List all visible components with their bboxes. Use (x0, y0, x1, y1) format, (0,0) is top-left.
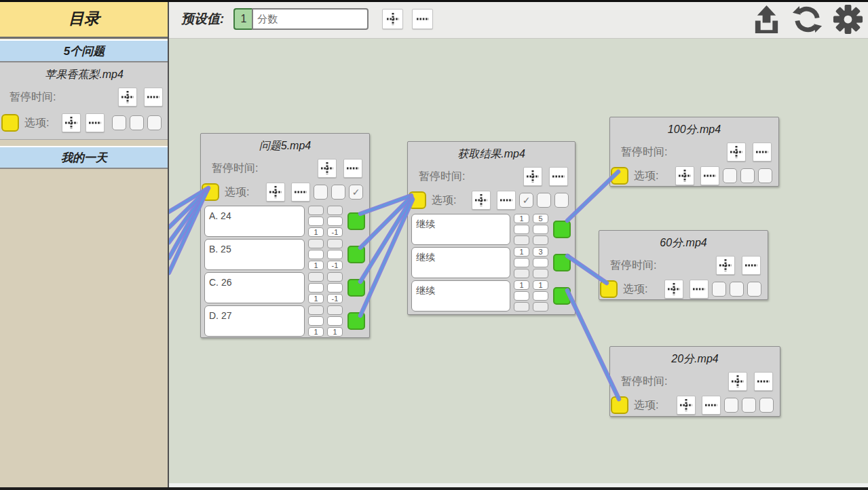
node-score20[interactable]: 20分.mp4 暂停时间: 选项: (609, 346, 780, 417)
result-option-1-port[interactable] (553, 221, 571, 238)
option-add-button[interactable] (677, 396, 696, 415)
mini-value-box[interactable] (514, 302, 529, 312)
mini-value-box[interactable] (308, 283, 324, 293)
q5-option-c-port[interactable] (347, 279, 365, 297)
mini-value-box[interactable]: 1 (308, 227, 324, 237)
mini-value-box[interactable]: 3 (533, 247, 548, 257)
slot-checkbox-1[interactable] (723, 168, 737, 183)
result-option-3-port[interactable] (553, 287, 571, 305)
slot-checkbox-2[interactable] (742, 398, 756, 413)
mini-value-box[interactable] (533, 291, 548, 301)
export-icon[interactable] (751, 3, 782, 35)
pause-add-button[interactable] (727, 143, 746, 162)
q5-option-d-port[interactable] (347, 312, 365, 330)
option-text-input[interactable]: 继续 (411, 247, 510, 278)
q5-input-port[interactable] (202, 183, 219, 201)
slot-checkbox-3[interactable]: ✓ (349, 185, 363, 200)
slot-checkbox-3[interactable] (747, 282, 761, 297)
slot-checkbox-2[interactable] (331, 185, 345, 200)
node-score100[interactable]: 100分.mp4 暂停时间: 选项: (609, 117, 779, 187)
mini-value-box[interactable] (308, 216, 324, 226)
option-text-input[interactable]: B. 25 (204, 239, 305, 270)
sidebar-video-input-port[interactable] (1, 114, 19, 132)
mini-value-box[interactable]: 1 (308, 327, 324, 337)
pause-add-button[interactable] (728, 372, 747, 391)
mini-value-box[interactable]: 1 (308, 261, 324, 270)
mini-value-box[interactable]: 1 (514, 247, 529, 257)
option-add-button[interactable] (62, 113, 81, 132)
mini-value-box[interactable] (308, 250, 324, 259)
option-text-input[interactable]: C. 26 (204, 272, 305, 303)
option-remove-button[interactable] (690, 280, 709, 299)
slot-checkbox-2[interactable] (537, 193, 551, 208)
mini-value-box[interactable] (533, 302, 548, 312)
mini-value-box[interactable] (327, 283, 343, 293)
mini-value-box[interactable]: -1 (327, 294, 343, 303)
option-add-button[interactable] (266, 183, 285, 202)
mini-value-box[interactable] (533, 258, 548, 267)
q5-option-b-port[interactable] (347, 246, 365, 263)
mini-value-box[interactable]: 1 (514, 280, 529, 290)
mini-value-box[interactable] (327, 250, 343, 259)
mini-value-box[interactable] (327, 216, 343, 226)
preset-remove-button[interactable] (412, 9, 433, 29)
slot-checkbox-3[interactable] (147, 115, 162, 130)
score60-input-port[interactable] (600, 280, 618, 298)
mini-value-box[interactable] (308, 206, 324, 215)
pause-remove-button[interactable] (343, 159, 362, 178)
mini-value-box[interactable] (533, 235, 548, 245)
option-add-button[interactable] (472, 191, 491, 210)
pause-remove-button[interactable] (549, 167, 568, 186)
option-remove-button[interactable] (497, 191, 516, 210)
sidebar-item-my-day[interactable]: 我的一天 (0, 146, 168, 169)
slot-checkbox-2[interactable] (740, 168, 755, 183)
sidebar-video-card[interactable]: 苹果香蕉梨.mp4 暂停时间: 选项: (0, 62, 168, 140)
mini-value-box[interactable] (327, 206, 343, 215)
slot-checkbox-3[interactable] (759, 398, 774, 413)
mini-value-box[interactable] (308, 305, 324, 315)
mini-value-box[interactable] (308, 239, 324, 248)
slot-checkbox-1[interactable]: ✓ (519, 193, 533, 208)
slot-checkbox-1[interactable] (314, 185, 328, 200)
mini-value-box[interactable]: 1 (514, 214, 529, 223)
slot-checkbox-3[interactable] (554, 193, 569, 208)
node-canvas[interactable]: 问题5.mp4 暂停时间: 选项: ✓ A. 24 1 (169, 39, 868, 490)
mini-value-box[interactable]: 1 (308, 294, 324, 303)
refresh-icon[interactable] (791, 3, 823, 35)
gear-icon[interactable] (832, 3, 864, 35)
mini-value-box[interactable]: -1 (327, 261, 343, 270)
pause-add-button[interactable] (523, 167, 542, 186)
score20-input-port[interactable] (611, 396, 628, 414)
mini-value-box[interactable] (308, 316, 324, 326)
mini-value-box[interactable] (308, 272, 324, 282)
mini-value-box[interactable] (327, 239, 343, 248)
result-input-port[interactable] (409, 191, 426, 209)
mini-value-box[interactable]: 1 (327, 327, 343, 337)
mini-value-box[interactable] (533, 225, 548, 234)
node-score60[interactable]: 60分.mp4 暂停时间: 选项: (599, 230, 768, 300)
preset-add-button[interactable] (382, 9, 403, 29)
mini-value-box[interactable] (327, 305, 343, 315)
mini-value-box[interactable]: 5 (533, 214, 548, 223)
node-get-result[interactable]: 获取结果.mp4 暂停时间: 选项: ✓ 继续 1 (407, 141, 575, 315)
node-question5[interactable]: 问题5.mp4 暂停时间: 选项: ✓ A. 24 1 (200, 133, 370, 338)
option-remove-button[interactable] (291, 183, 310, 202)
pause-remove-button[interactable] (753, 143, 772, 162)
score100-input-port[interactable] (611, 167, 628, 185)
q5-option-a-port[interactable] (347, 212, 365, 230)
option-remove-button[interactable] (702, 396, 721, 415)
mini-value-box[interactable] (327, 272, 343, 282)
option-text-input[interactable]: A. 24 (204, 206, 305, 237)
pause-add-button[interactable] (716, 256, 735, 275)
preset-name-input[interactable] (252, 8, 369, 30)
pause-remove-button[interactable] (754, 372, 773, 391)
option-remove-button[interactable] (700, 166, 719, 185)
option-remove-button[interactable] (86, 113, 105, 132)
option-text-input[interactable]: 继续 (411, 280, 510, 312)
sidebar-item-questions[interactable]: 5个问题 (0, 39, 168, 62)
pause-remove-button[interactable] (144, 88, 163, 107)
slot-checkbox-1[interactable] (712, 282, 726, 297)
slot-checkbox-2[interactable] (730, 282, 744, 297)
option-text-input[interactable]: D. 27 (204, 305, 305, 337)
slot-checkbox-1[interactable] (112, 115, 126, 130)
